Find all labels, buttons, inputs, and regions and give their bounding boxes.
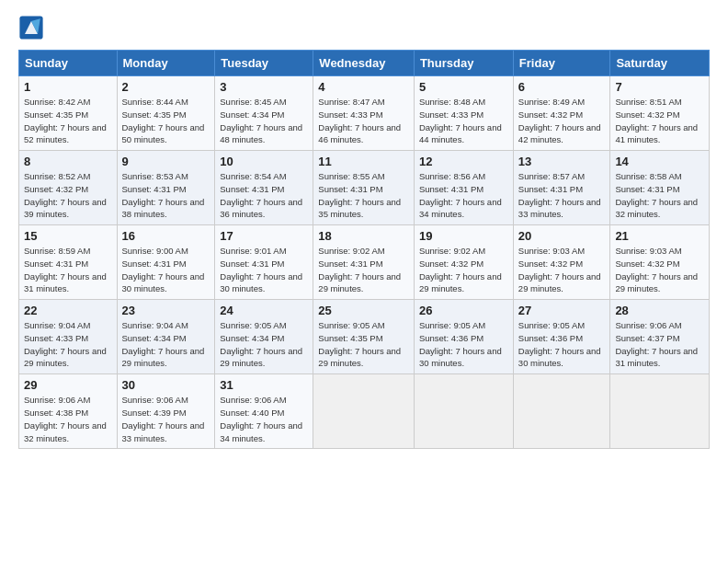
day-info: Sunrise: 9:01 AMSunset: 4:31 PMDaylight:… bbox=[220, 245, 308, 295]
day-number: 10 bbox=[220, 155, 308, 168]
day-cell: 6 Sunrise: 8:49 AMSunset: 4:32 PMDayligh… bbox=[513, 76, 610, 151]
day-cell: 7 Sunrise: 8:51 AMSunset: 4:32 PMDayligh… bbox=[610, 76, 710, 151]
day-number: 12 bbox=[419, 155, 508, 168]
week-row-5: 29 Sunrise: 9:06 AMSunset: 4:38 PMDaylig… bbox=[19, 374, 710, 449]
day-number: 6 bbox=[518, 80, 606, 94]
day-cell bbox=[313, 374, 415, 449]
day-number: 31 bbox=[220, 378, 308, 392]
dow-header-friday: Friday bbox=[513, 51, 610, 76]
day-number: 3 bbox=[220, 80, 308, 94]
day-cell: 22 Sunrise: 9:04 AMSunset: 4:33 PMDaylig… bbox=[19, 300, 118, 374]
day-info: Sunrise: 8:48 AMSunset: 4:33 PMDaylight:… bbox=[419, 96, 508, 146]
day-number: 23 bbox=[122, 304, 210, 317]
day-number: 11 bbox=[318, 155, 409, 168]
day-cell: 19 Sunrise: 9:02 AMSunset: 4:32 PMDaylig… bbox=[414, 225, 513, 300]
day-info: Sunrise: 9:06 AMSunset: 4:38 PMDaylight:… bbox=[24, 394, 112, 444]
day-cell: 10 Sunrise: 8:54 AMSunset: 4:31 PMDaylig… bbox=[215, 151, 313, 225]
day-cell: 27 Sunrise: 9:05 AMSunset: 4:36 PMDaylig… bbox=[513, 300, 610, 374]
day-number: 19 bbox=[419, 229, 508, 243]
day-info: Sunrise: 9:05 AMSunset: 4:36 PMDaylight:… bbox=[419, 319, 508, 370]
day-number: 5 bbox=[419, 80, 508, 94]
day-cell: 21 Sunrise: 9:03 AMSunset: 4:32 PMDaylig… bbox=[610, 225, 710, 300]
week-row-4: 22 Sunrise: 9:04 AMSunset: 4:33 PMDaylig… bbox=[19, 300, 710, 374]
day-number: 13 bbox=[518, 155, 606, 168]
day-info: Sunrise: 8:56 AMSunset: 4:31 PMDaylight:… bbox=[419, 170, 508, 221]
day-number: 27 bbox=[518, 304, 606, 317]
day-number: 4 bbox=[318, 80, 409, 94]
day-cell: 25 Sunrise: 9:05 AMSunset: 4:35 PMDaylig… bbox=[313, 300, 415, 374]
day-cell: 31 Sunrise: 9:06 AMSunset: 4:40 PMDaylig… bbox=[215, 374, 313, 449]
page: SundayMondayTuesdayWednesdayThursdayFrid… bbox=[0, 0, 728, 563]
day-info: Sunrise: 9:03 AMSunset: 4:32 PMDaylight:… bbox=[615, 245, 704, 295]
day-cell: 30 Sunrise: 9:06 AMSunset: 4:39 PMDaylig… bbox=[117, 374, 215, 449]
day-cell: 14 Sunrise: 8:58 AMSunset: 4:31 PMDaylig… bbox=[610, 151, 710, 225]
day-number: 16 bbox=[122, 229, 210, 243]
day-number: 15 bbox=[24, 229, 112, 243]
day-cell: 20 Sunrise: 9:03 AMSunset: 4:32 PMDaylig… bbox=[513, 225, 610, 300]
day-number: 24 bbox=[220, 304, 308, 317]
day-info: Sunrise: 9:04 AMSunset: 4:34 PMDaylight:… bbox=[122, 319, 210, 370]
day-cell: 8 Sunrise: 8:52 AMSunset: 4:32 PMDayligh… bbox=[19, 151, 118, 225]
day-cell: 26 Sunrise: 9:05 AMSunset: 4:36 PMDaylig… bbox=[414, 300, 513, 374]
day-cell: 2 Sunrise: 8:44 AMSunset: 4:35 PMDayligh… bbox=[117, 76, 215, 151]
day-number: 20 bbox=[518, 229, 606, 243]
day-cell: 28 Sunrise: 9:06 AMSunset: 4:37 PMDaylig… bbox=[610, 300, 710, 374]
day-number: 2 bbox=[122, 80, 210, 94]
day-info: Sunrise: 8:53 AMSunset: 4:31 PMDaylight:… bbox=[122, 170, 210, 221]
day-info: Sunrise: 9:04 AMSunset: 4:33 PMDaylight:… bbox=[24, 319, 112, 370]
dow-header-tuesday: Tuesday bbox=[215, 51, 313, 76]
day-number: 21 bbox=[615, 229, 704, 243]
day-info: Sunrise: 8:55 AMSunset: 4:31 PMDaylight:… bbox=[318, 170, 409, 221]
days-of-week-row: SundayMondayTuesdayWednesdayThursdayFrid… bbox=[19, 51, 710, 76]
day-cell: 1 Sunrise: 8:42 AMSunset: 4:35 PMDayligh… bbox=[19, 76, 118, 151]
week-row-2: 8 Sunrise: 8:52 AMSunset: 4:32 PMDayligh… bbox=[19, 151, 710, 225]
day-cell bbox=[610, 374, 710, 449]
day-cell: 18 Sunrise: 9:02 AMSunset: 4:31 PMDaylig… bbox=[313, 225, 415, 300]
day-info: Sunrise: 9:00 AMSunset: 4:31 PMDaylight:… bbox=[122, 245, 210, 295]
day-info: Sunrise: 9:02 AMSunset: 4:32 PMDaylight:… bbox=[419, 245, 508, 295]
week-row-1: 1 Sunrise: 8:42 AMSunset: 4:35 PMDayligh… bbox=[19, 76, 710, 151]
day-number: 26 bbox=[419, 304, 508, 317]
day-cell: 29 Sunrise: 9:06 AMSunset: 4:38 PMDaylig… bbox=[19, 374, 118, 449]
day-info: Sunrise: 9:06 AMSunset: 4:37 PMDaylight:… bbox=[615, 319, 704, 370]
day-cell: 4 Sunrise: 8:47 AMSunset: 4:33 PMDayligh… bbox=[313, 76, 415, 151]
day-info: Sunrise: 8:42 AMSunset: 4:35 PMDaylight:… bbox=[24, 96, 112, 146]
day-info: Sunrise: 8:58 AMSunset: 4:31 PMDaylight:… bbox=[615, 170, 704, 221]
day-info: Sunrise: 8:59 AMSunset: 4:31 PMDaylight:… bbox=[24, 245, 112, 295]
day-number: 1 bbox=[24, 80, 112, 94]
day-info: Sunrise: 9:06 AMSunset: 4:39 PMDaylight:… bbox=[122, 394, 210, 444]
day-info: Sunrise: 9:02 AMSunset: 4:31 PMDaylight:… bbox=[318, 245, 409, 295]
day-info: Sunrise: 8:44 AMSunset: 4:35 PMDaylight:… bbox=[122, 96, 210, 146]
dow-header-saturday: Saturday bbox=[610, 51, 710, 76]
dow-header-wednesday: Wednesday bbox=[313, 51, 415, 76]
day-info: Sunrise: 8:52 AMSunset: 4:32 PMDaylight:… bbox=[24, 170, 112, 221]
day-number: 7 bbox=[615, 80, 704, 94]
day-cell: 13 Sunrise: 8:57 AMSunset: 4:31 PMDaylig… bbox=[513, 151, 610, 225]
week-row-3: 15 Sunrise: 8:59 AMSunset: 4:31 PMDaylig… bbox=[19, 225, 710, 300]
day-info: Sunrise: 9:05 AMSunset: 4:34 PMDaylight:… bbox=[220, 319, 308, 370]
day-cell: 9 Sunrise: 8:53 AMSunset: 4:31 PMDayligh… bbox=[117, 151, 215, 225]
day-info: Sunrise: 9:03 AMSunset: 4:32 PMDaylight:… bbox=[518, 245, 606, 295]
day-cell: 16 Sunrise: 9:00 AMSunset: 4:31 PMDaylig… bbox=[117, 225, 215, 300]
day-number: 28 bbox=[615, 304, 704, 317]
day-number: 29 bbox=[24, 378, 112, 392]
day-number: 22 bbox=[24, 304, 112, 317]
day-number: 17 bbox=[220, 229, 308, 243]
dow-header-monday: Monday bbox=[117, 51, 215, 76]
day-number: 25 bbox=[318, 304, 409, 317]
logo-icon bbox=[18, 15, 44, 40]
day-info: Sunrise: 8:47 AMSunset: 4:33 PMDaylight:… bbox=[318, 96, 409, 146]
day-cell: 12 Sunrise: 8:56 AMSunset: 4:31 PMDaylig… bbox=[414, 151, 513, 225]
header bbox=[18, 15, 710, 40]
logo bbox=[18, 15, 48, 40]
day-info: Sunrise: 8:57 AMSunset: 4:31 PMDaylight:… bbox=[518, 170, 606, 221]
day-info: Sunrise: 8:51 AMSunset: 4:32 PMDaylight:… bbox=[615, 96, 704, 146]
calendar: SundayMondayTuesdayWednesdayThursdayFrid… bbox=[18, 50, 710, 449]
day-info: Sunrise: 9:05 AMSunset: 4:36 PMDaylight:… bbox=[518, 319, 606, 370]
day-cell bbox=[414, 374, 513, 449]
day-number: 14 bbox=[615, 155, 704, 168]
day-info: Sunrise: 8:49 AMSunset: 4:32 PMDaylight:… bbox=[518, 96, 606, 146]
day-cell: 23 Sunrise: 9:04 AMSunset: 4:34 PMDaylig… bbox=[117, 300, 215, 374]
day-info: Sunrise: 9:06 AMSunset: 4:40 PMDaylight:… bbox=[220, 394, 308, 444]
day-info: Sunrise: 8:54 AMSunset: 4:31 PMDaylight:… bbox=[220, 170, 308, 221]
